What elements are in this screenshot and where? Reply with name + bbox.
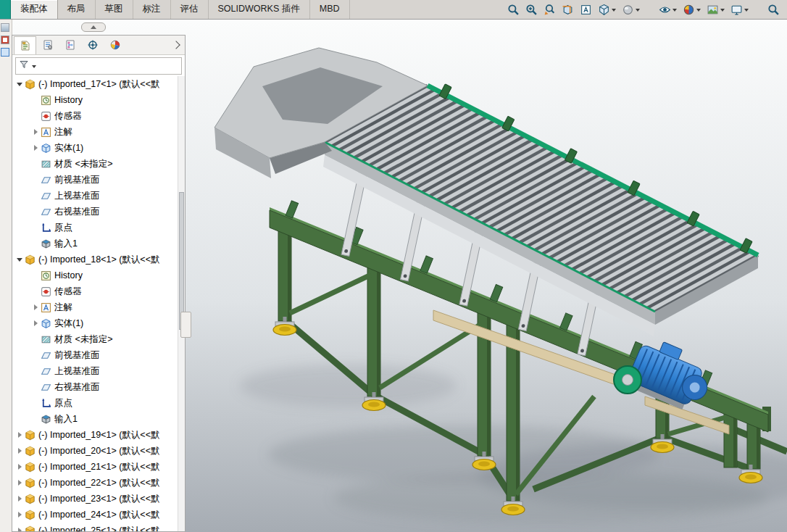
expand-icon[interactable] — [15, 431, 25, 440]
tree-item[interactable]: 传感器 — [12, 283, 185, 299]
assembly-icon — [25, 254, 36, 265]
dock-toolbar-icon-2[interactable] — [1, 36, 9, 44]
tree-item[interactable]: History — [12, 267, 185, 283]
tree-item[interactable]: (-) Imported_18<1> (默认<<默 — [12, 252, 185, 267]
panel-collapse-handle[interactable] — [81, 22, 106, 32]
dock-toolbar-icon-1[interactable] — [1, 23, 9, 32]
apply-scene-icon[interactable] — [707, 1, 725, 18]
annotation-icon — [41, 127, 51, 138]
dropdown-arrow-icon[interactable] — [673, 9, 677, 14]
expand-icon[interactable] — [15, 526, 25, 532]
configurationmanager-tab[interactable] — [59, 36, 81, 54]
tree-item[interactable]: 传感器 — [12, 108, 185, 124]
plane-icon — [41, 366, 51, 377]
tree-item[interactable]: 注解 — [12, 124, 185, 140]
search-icon[interactable] — [767, 1, 780, 18]
zoom-area-icon[interactable] — [525, 1, 538, 18]
tree-item[interactable]: (-) Imported_19<1> (默认<<默 — [12, 427, 185, 443]
tree-item-label: (-) Imported_17<1> (默认<<默 — [38, 78, 159, 91]
command-tab-5[interactable]: 评估 — [171, 0, 209, 19]
tree-item[interactable]: 材质 <未指定> — [12, 331, 185, 347]
command-tab-7[interactable]: MBD — [310, 0, 350, 19]
edit-appearance-icon[interactable] — [683, 1, 701, 18]
tree-item[interactable]: (-) Imported_17<1> (默认<<默 — [12, 76, 185, 92]
expand-icon[interactable] — [15, 478, 25, 488]
collapse-icon[interactable] — [15, 255, 25, 265]
tree-item[interactable]: 上视基准面 — [12, 188, 185, 204]
expand-icon[interactable] — [31, 144, 41, 153]
command-tab-6[interactable]: SOLIDWORKS 插件 — [209, 0, 310, 19]
tree-item-label: 前视基准面 — [54, 174, 100, 186]
tree-item[interactable]: 实体(1) — [12, 315, 185, 331]
collapse-arrow-icon — [91, 25, 96, 29]
filter-dropdown-icon[interactable] — [32, 65, 36, 70]
assembly-icon — [25, 494, 36, 504]
tree-item[interactable]: 注解 — [12, 299, 185, 315]
plane-icon — [41, 350, 51, 361]
panel-resize-grip[interactable] — [180, 312, 191, 338]
tree-item-label: 原点 — [54, 222, 72, 234]
dropdown-arrow-icon[interactable] — [636, 9, 640, 14]
tree-item[interactable]: 右视基准面 — [12, 379, 185, 395]
dock-toolbar-icon-3[interactable] — [1, 48, 9, 57]
tree-item[interactable]: 输入1 — [12, 411, 185, 427]
previous-view-icon[interactable] — [544, 1, 556, 18]
command-tab-3[interactable]: 草图 — [96, 0, 133, 19]
expand-icon[interactable] — [15, 510, 25, 520]
dynamic-annotation-view-icon[interactable] — [580, 1, 592, 18]
expand-icon[interactable] — [31, 319, 41, 328]
tree-item[interactable]: 实体(1) — [12, 140, 185, 156]
tree-item[interactable]: 材质 <未指定> — [12, 156, 185, 172]
propertymanager-tab[interactable] — [36, 36, 59, 54]
panel-overflow-chevron-icon[interactable] — [172, 41, 180, 49]
dropdown-arrow-icon[interactable] — [744, 9, 749, 14]
tree-item[interactable]: (-) Imported_24<1> (默认<<默 — [12, 507, 185, 523]
tree-scrollbar[interactable] — [178, 76, 185, 531]
tree-item[interactable]: History — [12, 92, 185, 108]
tree-item-label: 上视基准面 — [54, 365, 100, 378]
dimxpertmanager-tab[interactable] — [81, 36, 104, 54]
expand-icon[interactable] — [31, 303, 41, 312]
expander-spacer — [31, 383, 41, 392]
view-orientation-icon[interactable] — [598, 1, 616, 18]
filter-funnel-icon[interactable] — [19, 59, 29, 72]
collapse-icon[interactable] — [15, 80, 25, 89]
tree-item[interactable]: (-) Imported_20<1> (默认<<默 — [12, 443, 185, 459]
dropdown-arrow-icon[interactable] — [696, 9, 701, 14]
command-tab-1[interactable]: 装配体 — [11, 0, 58, 19]
hide-show-items-icon[interactable] — [659, 1, 677, 18]
dropdown-arrow-icon[interactable] — [612, 9, 616, 14]
tree-item[interactable]: (-) Imported_21<1> (默认<<默 — [12, 459, 185, 475]
tree-item[interactable]: 原点 — [12, 220, 185, 236]
expand-icon[interactable] — [15, 462, 25, 472]
tree-item-label: 右视基准面 — [54, 381, 100, 394]
tree-item-label: (-) Imported_22<1> (默认<<默 — [38, 477, 159, 489]
dropdown-arrow-icon[interactable] — [720, 9, 725, 14]
tree-item[interactable]: 原点 — [12, 395, 185, 411]
tree-item[interactable]: (-) Imported_23<1> (默认<<默 — [12, 491, 185, 507]
displaymanager-tab[interactable] — [104, 36, 126, 54]
tree-item[interactable]: 右视基准面 — [12, 204, 185, 220]
tree-item-label: (-) Imported_20<1> (默认<<默 — [38, 445, 159, 457]
scrollbar-thumb[interactable] — [179, 192, 184, 330]
tree-item[interactable]: 输入1 — [12, 236, 185, 252]
display-style-icon[interactable] — [622, 1, 640, 18]
feature-manager-panel: (-) Imported_17<1> (默认<<默History传感器注解实体(… — [12, 35, 186, 532]
material-icon — [41, 334, 51, 345]
tree-item[interactable]: 前视基准面 — [12, 172, 185, 188]
command-tab-2[interactable]: 布局 — [58, 0, 96, 19]
tree-item[interactable]: (-) Imported_25<1> (默认<<默 — [12, 523, 185, 531]
filter-bar[interactable] — [15, 57, 182, 75]
tree-item[interactable]: 前视基准面 — [12, 347, 185, 363]
zoom-fit-icon[interactable] — [507, 1, 520, 18]
section-view-icon[interactable] — [562, 1, 574, 18]
expand-icon[interactable] — [31, 128, 41, 137]
tree-item[interactable]: (-) Imported_22<1> (默认<<默 — [12, 475, 185, 491]
expand-icon[interactable] — [15, 494, 25, 504]
view-settings-icon[interactable] — [730, 1, 749, 18]
command-tab-4[interactable]: 标注 — [133, 0, 171, 19]
tree-item-label: 右视基准面 — [54, 206, 100, 218]
expand-icon[interactable] — [15, 446, 25, 456]
featuremanager-tree-tab[interactable] — [14, 36, 36, 54]
tree-item[interactable]: 上视基准面 — [12, 363, 185, 379]
